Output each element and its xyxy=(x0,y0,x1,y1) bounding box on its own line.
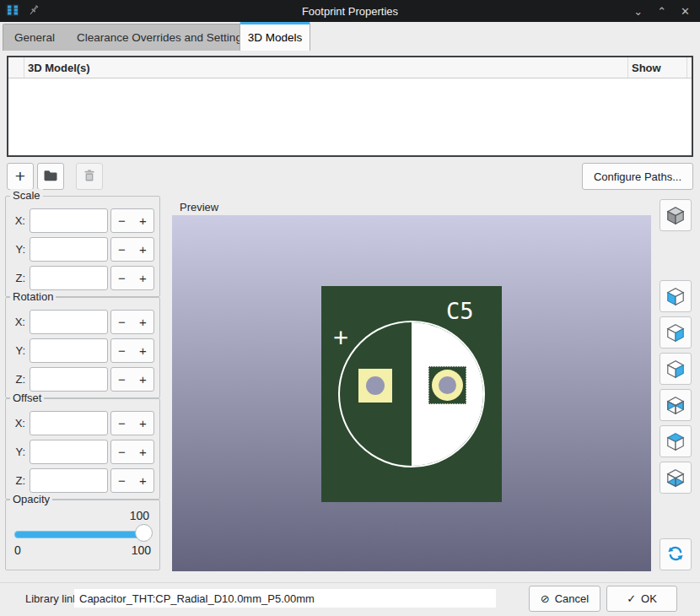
rotation-y-spinner: − + xyxy=(110,338,154,363)
offset-group: Offset X: − + Y: − + Z: − + xyxy=(5,398,160,500)
offset-y-input[interactable] xyxy=(30,440,108,464)
model-table-body[interactable] xyxy=(8,78,692,155)
browse-model-button[interactable] xyxy=(37,163,64,190)
footer-divider xyxy=(0,582,700,583)
library-link-label: Library link: xyxy=(25,592,81,605)
polarity-mark: + xyxy=(333,325,348,351)
reload-model-button[interactable] xyxy=(660,538,692,570)
rotation-y-input[interactable] xyxy=(30,338,108,363)
spin-up-button[interactable]: + xyxy=(132,267,153,289)
preview-label: Preview xyxy=(180,201,218,213)
tab-clearance-overrides[interactable]: Clearance Overrides and Settings xyxy=(66,24,259,51)
rotation-z-row: Z: − + xyxy=(9,366,156,392)
app-footprint-icon xyxy=(5,3,20,20)
model-table-header: 3D Model(s) Show xyxy=(8,57,692,78)
axis-label: Y: xyxy=(9,446,30,458)
delete-model-button[interactable] xyxy=(76,163,103,190)
pad-1 xyxy=(358,369,392,403)
axis-label: Z: xyxy=(9,474,30,487)
view-isometric-button[interactable] xyxy=(660,199,692,231)
spin-up-button[interactable]: + xyxy=(132,238,153,261)
pad-1-hole xyxy=(366,376,385,395)
scale-x-input[interactable] xyxy=(30,208,108,233)
reference-designator: C5 xyxy=(446,298,474,324)
spin-up-button[interactable]: + xyxy=(132,311,153,333)
offset-z-input[interactable] xyxy=(30,468,108,493)
axis-label: X: xyxy=(9,316,30,328)
scale-y-spinner: − + xyxy=(110,237,154,262)
view-back-button[interactable] xyxy=(660,389,692,421)
scale-y-input[interactable] xyxy=(30,237,108,262)
offset-y-spinner: − + xyxy=(110,440,154,464)
ok-icon: ✓ xyxy=(627,592,636,605)
tab-general[interactable]: General xyxy=(3,24,66,51)
spin-down-button[interactable]: − xyxy=(111,368,132,391)
ok-button[interactable]: ✓ OK xyxy=(606,586,677,612)
scale-z-spinner: − + xyxy=(110,266,154,290)
offset-x-input[interactable] xyxy=(30,411,108,435)
spin-down-button[interactable]: − xyxy=(111,412,132,435)
spin-down-button[interactable]: − xyxy=(111,339,132,362)
spin-up-button[interactable]: + xyxy=(132,209,153,232)
opacity-min-label: 0 xyxy=(14,543,21,557)
spin-down-button[interactable]: − xyxy=(111,440,132,463)
spin-down-button[interactable]: − xyxy=(111,209,132,232)
opacity-slider-handle[interactable] xyxy=(135,524,153,542)
scale-z-row: Z: − + xyxy=(9,265,156,291)
pcb-board: C5 + xyxy=(321,286,502,502)
cancel-button[interactable]: ⊘ Cancel xyxy=(529,586,600,612)
tab-3d-models[interactable]: 3D Models xyxy=(240,22,310,51)
scale-y-row: Y: − + xyxy=(9,236,156,262)
window-titlebar[interactable]: Footprint Properties ⌄ ⌃ ✕ xyxy=(0,0,700,22)
inactive-tab-strip: General Clearance Overrides and Settings xyxy=(3,24,260,51)
model-list-table[interactable]: 3D Model(s) Show xyxy=(7,56,693,157)
opacity-group: Opacity 100 0 100 xyxy=(5,500,160,570)
close-window-button[interactable]: ✕ xyxy=(679,4,692,19)
spin-up-button[interactable]: + xyxy=(132,368,153,391)
opacity-slider-track[interactable] xyxy=(14,531,151,538)
view-left-button[interactable] xyxy=(660,280,692,312)
spin-up-button[interactable]: + xyxy=(132,412,153,435)
scale-legend: Scale xyxy=(10,189,43,202)
pad-2-hole xyxy=(439,376,456,394)
spin-up-button[interactable]: + xyxy=(132,339,153,362)
spin-down-button[interactable]: − xyxy=(111,469,132,492)
rotation-z-input[interactable] xyxy=(30,367,108,392)
opacity-max-label: 100 xyxy=(132,543,151,557)
offset-x-row: X: − + xyxy=(9,410,156,436)
rotation-y-row: Y: − + xyxy=(9,338,156,364)
shade-window-button[interactable]: ⌄ xyxy=(632,4,644,19)
scale-z-input[interactable] xyxy=(30,266,108,290)
configure-paths-button[interactable]: Configure Paths... xyxy=(582,163,693,190)
view-right-button[interactable] xyxy=(660,316,692,349)
rotation-z-spinner: − + xyxy=(110,367,154,392)
axis-label: X: xyxy=(9,417,30,430)
scale-group: Scale X: − + Y: − + Z: − + xyxy=(5,196,160,297)
preview-3d-viewport[interactable]: C5 + xyxy=(172,215,651,571)
library-link-field[interactable] xyxy=(74,589,496,608)
spin-up-button[interactable]: + xyxy=(132,440,153,463)
rotation-x-spinner: − + xyxy=(110,310,154,334)
spin-down-button[interactable]: − xyxy=(111,267,132,289)
cancel-icon: ⊘ xyxy=(541,592,550,605)
maximize-window-button[interactable]: ⌃ xyxy=(655,4,668,19)
scale-x-row: X: − + xyxy=(9,208,156,234)
axis-label: Y: xyxy=(9,344,30,357)
rotation-x-input[interactable] xyxy=(30,310,108,334)
axis-label: X: xyxy=(9,214,30,227)
rotation-group: Rotation X: − + Y: − + Z: − + xyxy=(5,297,160,398)
row-selector-header-cell xyxy=(8,57,24,78)
view-front-button[interactable] xyxy=(660,353,692,385)
spin-up-button[interactable]: + xyxy=(132,469,153,492)
spin-down-button[interactable]: − xyxy=(111,311,132,333)
opacity-slider[interactable] xyxy=(14,524,151,543)
plus-icon: + xyxy=(15,167,25,185)
view-bottom-button[interactable] xyxy=(660,462,692,494)
spin-down-button[interactable]: − xyxy=(111,238,132,261)
axis-label: Y: xyxy=(9,243,30,256)
offset-legend: Offset xyxy=(10,392,44,404)
offset-x-spinner: − + xyxy=(110,411,154,435)
add-model-button[interactable]: + xyxy=(7,163,34,190)
rotation-x-row: X: − + xyxy=(9,309,156,335)
view-top-button[interactable] xyxy=(660,425,692,457)
